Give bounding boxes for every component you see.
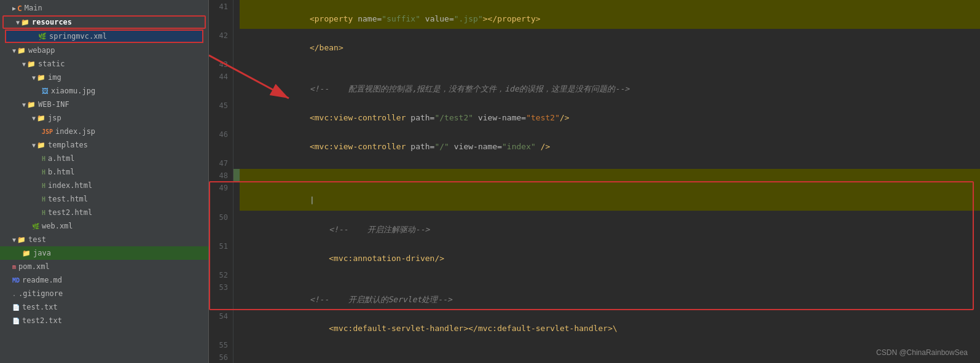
line-num-52: 52 [209,268,233,281]
tree-item-jsp-folder[interactable]: ▼ 📁 jsp [0,111,208,125]
indexhtml-label: index.html [48,181,92,190]
line-content-41: <property name="suffix" value=".jsp"></p… [240,0,980,29]
gutter-44 [233,70,240,99]
code-line-53: 53 <!-- 开启默认的Servlet处理--> [209,281,980,310]
arrow-icon-jsp: ▼ [32,115,36,122]
webinf-label: WEB-INF [38,100,69,109]
code-line-54: 54 <mvc:default-servlet-handler></mvc:de… [209,310,980,338]
tree-item-test[interactable]: ▼ 📁 test [0,233,208,246]
tree-item-testtxt[interactable]: 📄 test.txt [0,300,208,314]
gutter-46 [233,128,240,157]
file-tree: ▶ C Main ▼ 📁 resources 🌿 springmvc.xml ▼… [0,0,209,363]
line-content-51: <mvc:annotation-driven/> [240,240,980,268]
line-content-43 [240,58,980,70]
line-num-47: 47 [209,157,233,169]
arrow-icon-webinf: ▼ [22,101,26,108]
code-editor: 41 <property name="suffix" value=".jsp">… [209,0,980,363]
folder-icon-webapp: 📁 [17,47,26,55]
tree-item-indexjsp[interactable]: JSP index.jsp [0,125,208,138]
gutter-52 [233,268,240,281]
line-content-55 [240,338,980,351]
line-content-54: <mvc:default-servlet-handler></mvc:defau… [240,310,980,338]
line-num-51: 51 [209,240,233,268]
gutter-49 [233,181,240,210]
folder-icon-templates: 📁 [37,141,45,149]
ahtml-label: a.html [48,154,74,163]
line-content-45: <mvc:view-controller path="/test2" view-… [240,99,980,128]
tree-item-ahtml[interactable]: H a.html [0,152,208,165]
code-line-49: 49 | [209,181,980,210]
tree-item-static[interactable]: ▼ 📁 static [0,57,208,71]
tree-item-indexhtml[interactable]: H index.html [0,179,208,192]
gutter-47 [233,157,240,169]
code-line-41: 41 <property name="suffix" value=".jsp">… [209,0,980,29]
folder-icon-java: 📁 [22,249,31,257]
tree-item-main[interactable]: ▶ C Main [0,1,208,15]
folder-icon-test: 📁 [17,236,26,244]
line-num-42: 42 [209,29,233,58]
jsp-folder-label: jsp [48,114,61,122]
line-num-56: 56 [209,351,233,363]
line-content-50: <!-- 开启注解驱动--> [240,211,980,240]
tree-item-testhtml[interactable]: H test.html [0,192,208,206]
html-icon-test2: H [42,209,45,216]
line-num-43: 43 [209,58,233,70]
folder-icon-webinf: 📁 [27,101,36,109]
tree-label: Main [25,4,42,12]
tree-item-springmvc[interactable]: 🌿 springmvc.xml [5,29,203,43]
code-line-48: 48 [209,169,980,181]
gutter-53 [233,281,240,310]
resources-label: resources [32,18,72,26]
txt-icon-test: 📄 [12,304,20,311]
xml-icon-web: 🌿 [32,223,39,230]
tree-item-gitignore[interactable]: . .gitignore [0,287,208,300]
gutter-45 [233,99,240,128]
line-num-44: 44 [209,70,233,99]
line-content-49: | [240,181,980,210]
img-label: img [48,73,61,82]
tree-item-xiaomu[interactable]: 🖼 xiaomu.jpg [0,84,208,98]
line-content-42: </bean> [240,29,980,58]
arrow-icon-static: ▼ [22,61,26,68]
testhtml-label: test.html [48,195,88,203]
line-num-53: 53 [209,281,233,310]
line-num-54: 54 [209,310,233,338]
line-content-56 [240,351,980,363]
c-icon: C [17,4,22,13]
gutter-41 [233,0,240,29]
tree-item-webinf[interactable]: ▼ 📁 WEB-INF [0,98,208,111]
testtxt-label: test.txt [22,303,58,311]
code-line-51: 51 <mvc:annotation-driven/> [209,240,980,268]
html-icon-a: H [42,155,45,162]
line-num-55: 55 [209,338,233,351]
line-content-48 [240,169,980,181]
jsp-icon: JSP [42,128,53,135]
gutter-55 [233,338,240,351]
line-content-46: <mvc:view-controller path="/" view-name=… [240,128,980,157]
line-content-53: <!-- 开启默认的Servlet处理--> [240,281,980,310]
gutter-54 [233,310,240,338]
tree-item-bhtml[interactable]: H b.html [0,165,208,179]
tree-item-webxml[interactable]: 🌿 web.xml [0,219,208,233]
tree-item-resources[interactable]: ▼ 📁 resources [2,15,206,29]
tree-item-webapp[interactable]: ▼ 📁 webapp [0,44,208,57]
arrow-icon-img: ▼ [32,74,36,81]
tree-item-test2html[interactable]: H test2.html [0,206,208,219]
gutter-42 [233,29,240,58]
tree-item-templates[interactable]: ▼ 📁 templates [0,138,208,152]
code-line-55: 55 [209,338,980,351]
folder-icon-resources: 📁 [21,18,29,26]
line-num-48: 48 [209,169,233,181]
img-icon: 🖼 [42,87,49,95]
code-line-47: 47 [209,157,980,169]
readme-label: readme.md [22,276,62,284]
test2txt-label: test2.txt [22,316,62,325]
html-icon-test: H [42,196,45,203]
tree-item-img[interactable]: ▼ 📁 img [0,71,208,84]
tree-item-test2txt[interactable]: 📄 test2.txt [0,314,208,327]
gutter-50 [233,211,240,240]
arrow-icon-webapp: ▼ [12,47,16,54]
tree-item-java[interactable]: 📁 java [0,246,208,260]
tree-item-pomxml[interactable]: m pom.xml [0,260,208,273]
tree-item-readme[interactable]: MD readme.md [0,273,208,287]
